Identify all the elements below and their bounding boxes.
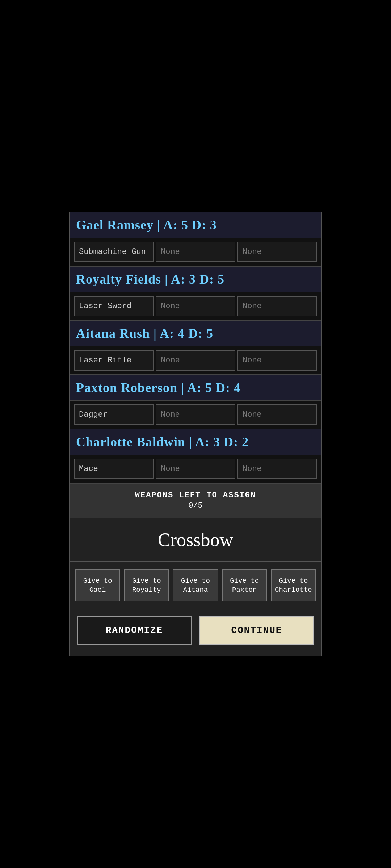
character-section-4: Charlotte Baldwin | A: 3 D: 2MaceNoneNon…: [70, 429, 321, 484]
character-section-0: Gael Ramsey | A: 5 D: 3Submachine GunNon…: [70, 212, 321, 267]
weapon-slots-1: Laser SwordNoneNone: [70, 292, 321, 320]
weapon-slots-3: DaggerNoneNone: [70, 401, 321, 429]
character-section-3: Paxton Roberson | A: 5 D: 4DaggerNoneNon…: [70, 375, 321, 429]
weapon-slot-1-0: Laser Sword: [74, 296, 154, 316]
character-name-2: Aitana Rush | A: 4 D: 5: [76, 326, 315, 341]
main-panel: Gael Ramsey | A: 5 D: 3Submachine GunNon…: [69, 212, 322, 656]
give-to-charlotte-button[interactable]: Give to Charlotte: [271, 569, 316, 601]
randomize-button[interactable]: RANDOMIZE: [77, 616, 192, 645]
character-name-0: Gael Ramsey | A: 5 D: 3: [76, 217, 315, 233]
current-weapon-display: Crossbow: [70, 518, 321, 562]
character-name-3: Paxton Roberson | A: 5 D: 4: [76, 380, 315, 395]
weapon-slot-4-1: None: [156, 459, 235, 479]
weapon-slot-3-1: None: [156, 404, 235, 425]
give-buttons-row: Give to GaelGive to RoyaltyGive to Aitan…: [70, 562, 321, 609]
character-header-1: Royalty Fields | A: 3 D: 5: [70, 267, 321, 292]
weapon-slot-3-2: None: [237, 404, 317, 425]
weapon-slots-2: Laser RifleNoneNone: [70, 346, 321, 374]
weapon-slot-2-2: None: [237, 350, 317, 371]
give-to-aitana-button[interactable]: Give to Aitana: [173, 569, 218, 601]
weapon-slot-0-0: Submachine Gun: [74, 242, 154, 262]
weapon-slots-4: MaceNoneNone: [70, 455, 321, 483]
character-name-1: Royalty Fields | A: 3 D: 5: [76, 272, 315, 287]
weapon-slot-2-1: None: [156, 350, 235, 371]
character-header-2: Aitana Rush | A: 4 D: 5: [70, 321, 321, 346]
weapons-left-bar: WEAPONS LEFT TO ASSIGN 0/5: [70, 484, 321, 518]
character-header-3: Paxton Roberson | A: 5 D: 4: [70, 375, 321, 401]
character-section-2: Aitana Rush | A: 4 D: 5Laser RifleNoneNo…: [70, 321, 321, 375]
weapon-slot-2-0: Laser Rifle: [74, 350, 154, 371]
action-buttons-row: RANDOMIZE CONTINUE: [70, 609, 321, 656]
give-to-royalty-button[interactable]: Give to Royalty: [124, 569, 169, 601]
weapon-slot-1-1: None: [156, 296, 235, 316]
continue-button[interactable]: CONTINUE: [199, 616, 314, 645]
character-header-4: Charlotte Baldwin | A: 3 D: 2: [70, 429, 321, 455]
character-section-1: Royalty Fields | A: 3 D: 5Laser SwordNon…: [70, 267, 321, 321]
bottom-section: WEAPONS LEFT TO ASSIGN 0/5 Crossbow Give…: [70, 484, 321, 656]
weapons-left-count: 0/5: [73, 501, 318, 510]
give-to-gael-button[interactable]: Give to Gael: [75, 569, 120, 601]
weapon-slot-4-2: None: [237, 459, 317, 479]
character-name-4: Charlotte Baldwin | A: 3 D: 2: [76, 434, 315, 450]
weapons-left-label: WEAPONS LEFT TO ASSIGN: [73, 491, 318, 500]
weapon-slot-1-2: None: [237, 296, 317, 316]
weapon-slot-4-0: Mace: [74, 459, 154, 479]
weapon-slot-0-2: None: [237, 242, 317, 262]
character-header-0: Gael Ramsey | A: 5 D: 3: [70, 212, 321, 238]
current-weapon-name: Crossbow: [77, 529, 314, 550]
give-to-paxton-button[interactable]: Give to Paxton: [222, 569, 267, 601]
weapon-slot-3-0: Dagger: [74, 404, 154, 425]
weapon-slot-0-1: None: [156, 242, 235, 262]
weapon-slots-0: Submachine GunNoneNone: [70, 238, 321, 266]
